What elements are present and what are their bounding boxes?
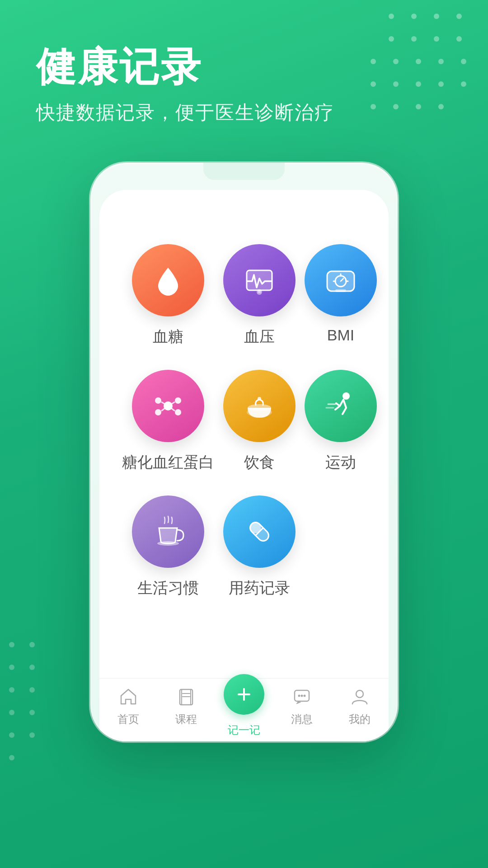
medication-label: 用药记录	[229, 578, 290, 599]
svg-line-17	[161, 402, 165, 404]
pill-icon	[241, 514, 277, 550]
home-icon	[118, 687, 138, 707]
icon-item-diet[interactable]: 饮食	[223, 370, 296, 473]
svg-point-41	[356, 690, 363, 698]
icon-item-hba1c[interactable]: 糖化血红蛋白	[122, 370, 214, 473]
exercise-icon-circle	[305, 370, 377, 442]
running-icon	[323, 388, 359, 424]
nav-message[interactable]: 消息	[279, 685, 324, 726]
hba1c-label: 糖化血红蛋白	[122, 452, 214, 473]
nav-course-label: 课程	[175, 712, 197, 726]
svg-point-14	[175, 397, 181, 404]
svg-point-40	[304, 694, 306, 697]
nav-message-icon	[290, 685, 314, 708]
bmi-icon-circle	[305, 244, 377, 316]
icon-item-exercise[interactable]: 运动	[305, 370, 377, 473]
svg-line-20	[171, 408, 175, 411]
icon-item-blood-pressure[interactable]: 血压	[223, 244, 296, 347]
molecule-icon	[150, 388, 186, 424]
nav-home-label: 首页	[117, 712, 139, 726]
bmi-label: BMI	[327, 326, 354, 344]
plus-icon	[234, 684, 254, 704]
page-subtitle: 快捷数据记录，便于医生诊断治疗	[36, 100, 334, 125]
drop-icon	[150, 262, 186, 298]
svg-rect-3	[258, 289, 261, 293]
blood-sugar-icon-circle	[132, 244, 204, 316]
decorative-dots-bottom-left	[9, 642, 63, 778]
svg-point-38	[298, 694, 300, 697]
svg-point-23	[258, 397, 261, 401]
blood-pressure-icon-circle	[223, 244, 296, 316]
book-icon	[176, 687, 196, 707]
nav-record-btn[interactable]	[224, 674, 264, 715]
nav-mine-label: 我的	[349, 712, 371, 726]
phone-notch	[203, 163, 285, 180]
bowl-icon	[241, 388, 277, 424]
icon-item-bmi[interactable]: BMI	[305, 244, 377, 347]
svg-point-15	[155, 409, 161, 415]
svg-point-27	[157, 541, 179, 546]
nav-course-icon	[174, 685, 198, 708]
bottom-navigation: 首页 课程	[99, 678, 389, 741]
header-section: 健康记录 快捷数据记录，便于医生诊断治疗	[36, 45, 334, 125]
coffee-icon	[150, 514, 186, 550]
svg-point-22	[248, 404, 271, 411]
svg-point-16	[175, 409, 181, 415]
nav-home-icon	[117, 685, 140, 708]
hba1c-icon-circle	[132, 370, 204, 442]
icon-item-blood-sugar[interactable]: 血糖	[122, 244, 214, 347]
nav-mine[interactable]: 我的	[337, 685, 382, 726]
icon-item-medication[interactable]: 用药记录	[223, 495, 296, 599]
user-icon	[350, 687, 370, 707]
lifestyle-icon-circle	[132, 495, 204, 568]
nav-home[interactable]: 首页	[106, 685, 151, 726]
svg-rect-11	[335, 289, 346, 292]
page-title: 健康记录	[36, 45, 334, 89]
svg-point-12	[164, 401, 173, 410]
nav-course[interactable]: 课程	[164, 685, 209, 726]
exercise-label: 运动	[325, 452, 356, 473]
diet-icon-circle	[223, 370, 296, 442]
nav-mine-icon	[348, 685, 371, 708]
icon-item-lifestyle[interactable]: 生活习惯	[122, 495, 214, 599]
nav-message-label: 消息	[291, 712, 313, 726]
phone-screen: 血糖 血压	[99, 190, 389, 741]
diet-label: 饮食	[244, 452, 275, 473]
phone-mockup: 血糖 血压	[90, 163, 398, 741]
blood-sugar-label: 血糖	[153, 326, 183, 347]
blood-pressure-label: 血压	[244, 326, 275, 347]
lifestyle-label: 生活习惯	[137, 578, 199, 599]
medication-icon-circle	[223, 495, 296, 568]
svg-point-24	[343, 392, 350, 400]
ecg-icon	[241, 262, 277, 298]
health-icons-grid: 血糖 血压	[99, 190, 389, 635]
svg-line-19	[161, 408, 165, 411]
nav-record[interactable]: 记一记	[221, 674, 267, 737]
scale-icon	[323, 262, 359, 298]
svg-point-39	[301, 694, 303, 697]
svg-point-13	[155, 397, 161, 404]
chat-icon	[292, 687, 312, 707]
svg-line-18	[171, 402, 175, 404]
nav-record-label: 记一记	[228, 723, 260, 737]
decorative-dots-top-right	[371, 14, 470, 122]
